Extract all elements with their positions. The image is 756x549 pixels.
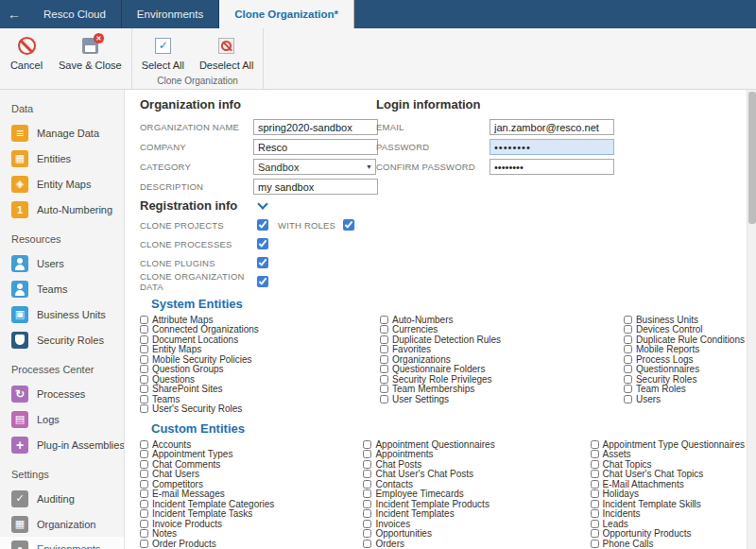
entity-checkbox-item[interactable]: Incident Template Categories (140, 499, 363, 509)
entity-checkbox[interactable] (140, 345, 148, 353)
entity-checkbox-item[interactable]: Incident Template Skills (591, 499, 745, 509)
entity-checkbox[interactable] (140, 365, 148, 373)
entity-checkbox[interactable] (140, 480, 148, 489)
entity-checkbox[interactable] (363, 440, 371, 449)
sidebar-item[interactable]: Entities (0, 146, 124, 171)
entity-checkbox-item[interactable]: Competitors (140, 479, 363, 489)
entity-checkbox-item[interactable]: Notes (140, 529, 363, 540)
entity-checkbox-item[interactable]: Orders (363, 539, 590, 549)
entity-checkbox-item[interactable]: Chat User's Chat Topics (591, 470, 745, 480)
tab[interactable]: Environments (122, 0, 219, 28)
entity-checkbox[interactable] (380, 316, 388, 324)
entity-checkbox-item[interactable]: Incidents (591, 509, 745, 520)
sidebar-item[interactable]: Processes (0, 381, 124, 406)
sidebar-item[interactable]: Users (0, 250, 124, 276)
entity-checkbox[interactable] (363, 520, 371, 528)
entity-checkbox[interactable] (380, 395, 388, 403)
entity-checkbox-item[interactable]: Process Logs (624, 354, 745, 365)
entity-checkbox-item[interactable]: Question Groups (140, 365, 380, 375)
entity-checkbox-item[interactable]: User Settings (380, 394, 624, 404)
sidebar-item[interactable]: Teams (0, 276, 124, 301)
entity-checkbox[interactable] (140, 395, 148, 403)
entity-checkbox[interactable] (140, 489, 148, 498)
sidebar-item[interactable]: Organization (0, 511, 124, 537)
entity-checkbox[interactable] (591, 470, 599, 478)
clone-plugins-checkbox[interactable] (257, 257, 268, 268)
select-all-button[interactable]: Select All (134, 33, 192, 71)
entity-checkbox[interactable] (363, 509, 371, 518)
entity-checkbox-item[interactable]: Questionnaires (624, 365, 745, 375)
entity-checkbox-item[interactable]: Leads (591, 519, 745, 529)
entity-checkbox-item[interactable]: E-mail Messages (140, 489, 363, 500)
entity-checkbox-item[interactable]: Organizations (380, 354, 624, 365)
back-arrow-icon[interactable] (0, 0, 28, 28)
entity-checkbox-item[interactable]: Accounts (140, 439, 363, 450)
scrollbar-thumb[interactable] (748, 92, 756, 224)
entity-checkbox-item[interactable]: Employee Timecards (363, 489, 590, 500)
entity-checkbox[interactable] (591, 489, 599, 498)
entity-checkbox-item[interactable]: Incident Template Tasks (140, 509, 363, 520)
entity-checkbox-item[interactable]: E-Mail Attachments (591, 479, 745, 489)
vertical-scrollbar[interactable] (747, 90, 756, 549)
entity-checkbox[interactable] (363, 500, 371, 508)
entity-checkbox[interactable] (363, 480, 371, 489)
clone-projects-checkbox[interactable] (257, 219, 268, 231)
entity-checkbox[interactable] (380, 385, 388, 393)
entity-checkbox-item[interactable]: Phone Calls (591, 539, 745, 549)
entity-checkbox-item[interactable]: Questionnaire Folders (380, 365, 624, 375)
entity-checkbox-item[interactable]: Document Locations (140, 335, 380, 345)
entity-checkbox-item[interactable]: SharePoint Sites (140, 385, 380, 395)
entity-checkbox-item[interactable]: Holidays (591, 489, 745, 500)
entity-checkbox-item[interactable]: Questions (140, 374, 380, 385)
entity-checkbox-item[interactable]: Currencies (380, 325, 624, 335)
entity-checkbox-item[interactable]: Assets (591, 450, 745, 460)
entity-checkbox-item[interactable]: Order Products (140, 539, 363, 549)
entity-checkbox-item[interactable]: Chat Posts (363, 459, 590, 470)
entity-checkbox[interactable] (380, 325, 388, 334)
sidebar-item[interactable]: Business Units (0, 301, 124, 327)
entity-checkbox[interactable] (624, 375, 632, 384)
category-select[interactable]: Sandbox ▼ (253, 159, 376, 175)
entity-checkbox[interactable] (140, 500, 148, 508)
entity-checkbox-item[interactable]: Appointment Type Questionnaires (591, 439, 745, 450)
entity-checkbox[interactable] (624, 355, 632, 364)
entity-checkbox[interactable] (380, 375, 388, 384)
entity-checkbox[interactable] (624, 365, 632, 373)
entity-checkbox-item[interactable]: Security Roles (624, 374, 745, 385)
entity-checkbox[interactable] (363, 540, 371, 548)
entity-checkbox[interactable] (363, 470, 371, 478)
cancel-button[interactable]: Cancel (2, 33, 51, 71)
sidebar-item[interactable]: Auto-Numbering (0, 197, 124, 222)
entity-checkbox-item[interactable]: Contacts (363, 479, 590, 489)
entity-checkbox[interactable] (363, 529, 371, 538)
entity-checkbox[interactable] (380, 345, 388, 353)
with-roles-checkbox[interactable] (343, 219, 354, 231)
sidebar-item[interactable]: Environments (0, 537, 124, 549)
sidebar-item[interactable]: Logs (0, 406, 124, 432)
company-input[interactable] (253, 139, 378, 155)
sidebar-item[interactable]: Auditing (0, 486, 124, 511)
sidebar-item[interactable]: Entity Maps (0, 171, 124, 197)
entity-checkbox-item[interactable]: Duplicate Rule Conditions (624, 335, 745, 345)
entity-checkbox[interactable] (140, 385, 148, 393)
entity-checkbox[interactable] (591, 460, 599, 469)
description-input[interactable] (253, 179, 378, 195)
entity-checkbox[interactable] (140, 450, 148, 458)
entity-checkbox[interactable] (363, 489, 371, 498)
entity-checkbox-item[interactable]: Appointment Questionnaires (363, 439, 590, 450)
entity-checkbox-item[interactable]: User's Security Roles (140, 404, 380, 415)
entity-checkbox-item[interactable]: Team Memberships (380, 385, 624, 395)
entity-checkbox-item[interactable]: Incident Template Products (363, 499, 590, 509)
entity-checkbox[interactable] (591, 520, 599, 528)
entity-checkbox[interactable] (591, 450, 599, 458)
sidebar-item[interactable]: Plug-in Assemblies (0, 432, 124, 457)
password-field[interactable] (490, 139, 614, 155)
entity-checkbox[interactable] (140, 355, 148, 364)
entity-checkbox[interactable] (380, 335, 388, 344)
entity-checkbox[interactable] (591, 480, 599, 489)
entity-checkbox-item[interactable]: Duplicate Detection Rules (380, 335, 624, 345)
entity-checkbox[interactable] (140, 440, 148, 449)
entity-checkbox[interactable] (140, 404, 148, 413)
entity-checkbox[interactable] (140, 375, 148, 384)
organization-name-input[interactable] (253, 119, 378, 135)
